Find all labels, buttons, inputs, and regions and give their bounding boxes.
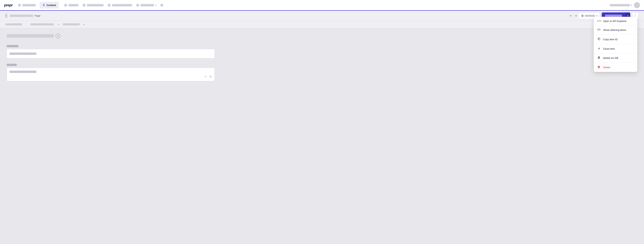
back-button[interactable]: ‹ — [5, 14, 7, 18]
page-title-skel — [7, 34, 54, 38]
api-explorer-icon: </> — [597, 20, 601, 22]
nav-dot-6 — [160, 4, 163, 7]
nav-skeleton-5: ▾ — [136, 4, 156, 7]
nav-skeleton-3 — [82, 4, 104, 7]
menu-label-copy-item-id: Copy item ID — [603, 38, 618, 41]
nav-label-skel-3 — [87, 4, 104, 6]
topbar-chevron-icon: ▾ — [631, 4, 632, 6]
nav-skeleton-6 — [160, 4, 163, 7]
menu-item-close-item[interactable]: ✕ Close item — [594, 44, 637, 53]
nav-dot-1 — [18, 4, 21, 7]
nav-label-skel-1 — [22, 4, 36, 6]
input-field-1[interactable] — [7, 49, 215, 58]
breadcrumb: Page — [10, 14, 40, 17]
delete-icon — [597, 66, 601, 69]
menu-label-close-item: Close item — [603, 47, 615, 50]
topbar: prepr 🖹 Content ▾ ▾ — [0, 0, 644, 11]
page-label: Page — [34, 14, 40, 17]
main-content: + ↻ or — [0, 28, 644, 92]
field-group-1 — [7, 45, 637, 58]
menu-label-show-referring-items: Show referring items — [603, 28, 626, 31]
tab-chevron-icon: ▾ — [58, 23, 59, 26]
topbar-right: ▾ — [610, 2, 640, 8]
logo: prepr — [4, 3, 12, 8]
tab-content[interactable]: 🖹 Content — [40, 2, 59, 8]
or-text: or — [204, 75, 206, 78]
copy-icon — [597, 38, 601, 41]
locale-chevron-icon: ▾ — [596, 14, 598, 17]
title-area: + — [7, 34, 637, 38]
menu-item-open-api-explorer[interactable]: </> Open in API Explorer — [594, 17, 637, 25]
chevron-down-icon: ▾ — [155, 4, 156, 6]
input-placeholder-2 — [10, 70, 36, 73]
locale-skel — [585, 15, 595, 17]
breadcrumb-skel — [10, 14, 33, 17]
nav-skeleton-4 — [108, 4, 132, 7]
menu-item-delete[interactable]: Delete — [594, 63, 637, 72]
user-avatar[interactable] — [634, 2, 640, 8]
subheader: ‹ Page ▾ ▾ ⋮ — [0, 11, 644, 21]
nav-dot-2 — [64, 4, 67, 7]
svg-rect-0 — [598, 38, 600, 40]
field-group-2: ↻ or — [7, 64, 637, 81]
menu-label-open-api-explorer: Open in API Explorer — [603, 20, 626, 22]
topbar-right-skel: ▾ — [610, 4, 632, 6]
split-chevron-icon: ▾ — [627, 14, 628, 17]
status-dot-1 — [570, 15, 572, 16]
input-placeholder-1 — [10, 52, 36, 55]
nav-label-skel-5 — [140, 4, 154, 6]
add-button[interactable]: + — [56, 34, 60, 38]
tab-chevron-2-icon: ▾ — [84, 23, 85, 26]
tab-skel-2[interactable] — [30, 23, 54, 26]
field-label-1 — [7, 45, 18, 47]
publish-button-text-skel — [605, 14, 622, 17]
input-field-2[interactable]: ↻ or — [7, 68, 215, 81]
nav-label-skel-4 — [112, 4, 132, 6]
menu-label-delete-locale: Delete en-GB — [603, 56, 618, 59]
nav-dot-5 — [136, 4, 139, 7]
separator — [573, 16, 574, 16]
delete-locale-icon — [597, 56, 601, 60]
menu-label-delete: Delete — [603, 66, 610, 69]
tab-bar: ▾ ▾ — [0, 21, 644, 28]
content-icon: 🖹 — [42, 4, 45, 7]
menu-item-delete-locale[interactable]: Delete en-GB — [594, 53, 637, 62]
nav-dot-3 — [82, 4, 86, 7]
nav-skeleton-1 — [18, 4, 36, 7]
nav-label-skel-2 — [68, 4, 78, 6]
nav-skeleton-2 — [64, 4, 78, 7]
status-dot-2 — [575, 15, 577, 16]
topbar-right-skel-text — [610, 4, 630, 6]
nav-dot-4 — [108, 4, 111, 7]
menu-item-copy-item-id[interactable]: Copy item ID — [594, 35, 637, 44]
close-icon: ✕ — [597, 47, 601, 50]
content-label: Content — [46, 4, 56, 6]
referring-items-icon — [597, 28, 601, 32]
tab-skel-3[interactable] — [63, 23, 80, 26]
menu-item-show-referring-items[interactable]: Show referring items — [594, 25, 637, 34]
tab-skel-1[interactable] — [5, 23, 22, 26]
context-menu: </> Open in API Explorer Show referring … — [594, 17, 637, 72]
refresh-icon: ↻ — [210, 75, 212, 78]
locale-dot-icon — [581, 14, 584, 17]
field-label-2 — [7, 64, 17, 66]
